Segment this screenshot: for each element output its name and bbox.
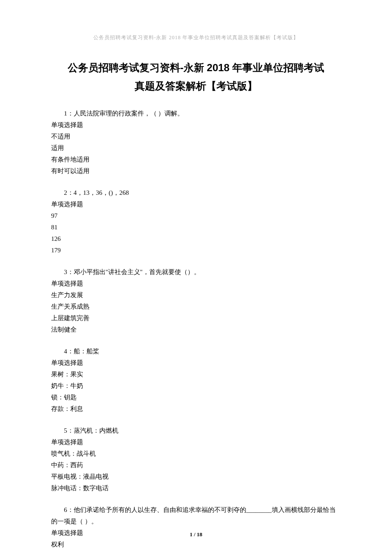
option: 不适用 <box>51 131 341 142</box>
document-title: 公务员招聘考试复习资料-永新 2018 年事业单位招聘考试 真题及答案解析【考试… <box>51 58 341 95</box>
option: 生产力发展 <box>51 289 341 301</box>
option: 锁：钥匙 <box>51 392 341 403</box>
option: 有条件地适用 <box>51 154 341 165</box>
option: 有时可以适用 <box>51 165 341 177</box>
page-number: 1 / 18 <box>0 531 392 538</box>
option: 179 <box>51 245 341 256</box>
option: 喷气机：战斗机 <box>51 448 341 460</box>
question-text: 5：蒸汽机：内燃机 <box>51 425 341 436</box>
question-text: 6：他们承诺给予所有的人以生存、自由和追求幸福的不可剥夺的________填入画… <box>51 504 341 527</box>
title-line-2: 真题及答案解析【考试版】 <box>51 77 341 95</box>
document-content: 1：人民法院审理的行政案件，（ ）调解。 单项选择题 不适用 适用 有条件地适用… <box>51 108 341 550</box>
option: 126 <box>51 233 341 245</box>
option: 存款：利息 <box>51 403 341 415</box>
question-text: 3：邓小平指出"讲社会主义"，首先就要使（）。 <box>51 266 341 278</box>
question-block: 3：邓小平指出"讲社会主义"，首先就要使（）。 单项选择题 生产力发展 生产关系… <box>51 266 341 335</box>
option: 权利 <box>51 539 341 550</box>
option: 上层建筑完善 <box>51 312 341 324</box>
option: 平板电视：液晶电视 <box>51 471 341 483</box>
question-type: 单项选择题 <box>51 119 341 131</box>
question-block: 6：他们承诺给予所有的人以生存、自由和追求幸福的不可剥夺的________填入画… <box>51 504 341 550</box>
option: 法制健全 <box>51 324 341 335</box>
question-type: 单项选择题 <box>51 436 341 448</box>
title-line-1: 公务员招聘考试复习资料-永新 2018 年事业单位招聘考试 <box>51 58 341 77</box>
option: 中药：西药 <box>51 460 341 471</box>
option: 97 <box>51 210 341 222</box>
question-type: 单项选择题 <box>51 199 341 210</box>
question-text: 4：船：船桨 <box>51 346 341 357</box>
question-text: 1：人民法院审理的行政案件，（ ）调解。 <box>51 108 341 119</box>
question-type: 单项选择题 <box>51 278 341 289</box>
question-type: 单项选择题 <box>51 357 341 369</box>
question-block: 2：4，13，36，()，268 单项选择题 97 81 126 179 <box>51 187 341 256</box>
option: 脉冲电话：数字电话 <box>51 483 341 494</box>
option: 81 <box>51 222 341 233</box>
question-text: 2：4，13，36，()，268 <box>51 187 341 199</box>
option: 适用 <box>51 142 341 154</box>
option: 生产关系成熟 <box>51 301 341 312</box>
question-block: 4：船：船桨 单项选择题 果树：果实 奶牛：牛奶 锁：钥匙 存款：利息 <box>51 346 341 415</box>
question-block: 5：蒸汽机：内燃机 单项选择题 喷气机：战斗机 中药：西药 平板电视：液晶电视 … <box>51 425 341 494</box>
option: 果树：果实 <box>51 369 341 380</box>
question-block: 1：人民法院审理的行政案件，（ ）调解。 单项选择题 不适用 适用 有条件地适用… <box>51 108 341 177</box>
document-page: 公务员招聘考试复习资料-永新 2018 年事业单位招聘考试真题及答案解析【考试版… <box>0 0 392 555</box>
page-header: 公务员招聘考试复习资料-永新 2018 年事业单位招聘考试真题及答案解析【考试版… <box>51 34 341 41</box>
option: 奶牛：牛奶 <box>51 380 341 392</box>
